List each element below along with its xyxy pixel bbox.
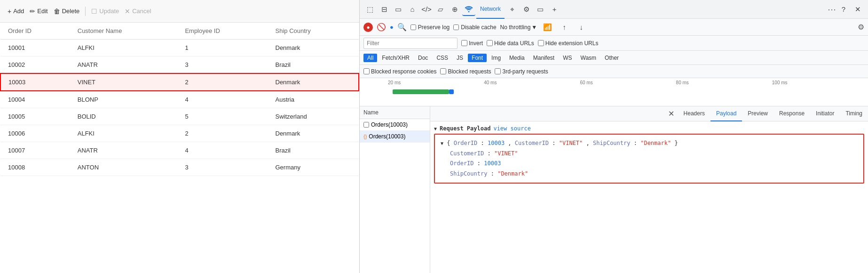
third-party-checkbox[interactable] <box>495 68 501 74</box>
detail-tab-headers[interactable]: Headers <box>678 106 710 121</box>
table-row[interactable]: 10006ALFKI2Denmark <box>0 125 359 142</box>
name-item-1[interactable]: Orders(10003) <box>360 119 430 131</box>
home-icon-btn[interactable]: ⌂ <box>406 3 419 16</box>
record-button[interactable]: ● <box>363 23 373 32</box>
table-body: 10001ALFKI1Denmark10002ANATR3Brazil10003… <box>0 40 359 176</box>
table-row[interactable]: 10004BLONP4Austria <box>0 91 359 108</box>
wifi-icon-btn[interactable] <box>462 3 475 16</box>
orders-table: Order ID Customer Name Employee ID Ship … <box>0 23 359 176</box>
name-item-1-checkbox[interactable] <box>363 122 369 128</box>
filter-input[interactable] <box>363 38 458 49</box>
preserve-log-label[interactable]: Preserve log <box>410 24 450 31</box>
hide-data-urls-checkbox[interactable] <box>487 40 493 46</box>
device-icon-btn[interactable]: ▭ <box>534 3 547 16</box>
name-item-2[interactable]: {} Orders(10003) <box>360 131 430 143</box>
triangle-icon: ▼ <box>434 126 437 131</box>
devtools-bar2: ● 🚫 ● 🔍 Preserve log Disable cache No th… <box>360 19 868 36</box>
detail-close-button[interactable]: ✕ <box>668 109 674 118</box>
elements-icon-btn[interactable]: ⬚ <box>363 3 377 16</box>
table-row[interactable]: 10002ANATR3Brazil <box>0 56 359 74</box>
filter-tab-img[interactable]: Img <box>488 54 505 62</box>
svg-point-0 <box>468 11 470 12</box>
table-row[interactable]: 10008ANTON3Germany <box>0 159 359 176</box>
hide-extension-urls-checkbox[interactable] <box>538 40 544 46</box>
console-icon-btn[interactable]: ⊟ <box>378 3 391 16</box>
edit-button[interactable]: ✏ Edit <box>30 8 47 15</box>
view-source-link[interactable]: view source <box>493 125 530 132</box>
hide-extension-urls-label[interactable]: Hide extension URLs <box>538 40 599 47</box>
filter-tab-font[interactable]: Font <box>468 54 487 62</box>
detail-tab-preview[interactable]: Preview <box>742 106 773 121</box>
close-icon-btn[interactable]: ✕ <box>851 3 864 16</box>
disable-cache-checkbox[interactable] <box>453 24 459 30</box>
settings-icon-btn[interactable]: ⚙ <box>520 3 533 16</box>
hide-data-urls-label[interactable]: Hide data URLs <box>487 40 534 47</box>
cursor-icon-btn[interactable]: ⌖ <box>505 3 519 16</box>
invert-checkbox[interactable] <box>461 40 467 46</box>
filter-tab-ws[interactable]: WS <box>559 54 576 62</box>
more-options-btn[interactable]: ⋯ <box>828 4 836 15</box>
delete-button[interactable]: 🗑 Delete <box>54 8 80 15</box>
filter-tab-manifest[interactable]: Manifest <box>529 54 558 62</box>
fetch-xhr-indicator[interactable]: ● <box>390 24 394 31</box>
expand-icon: ▼ <box>441 141 443 146</box>
col-ship-country: Ship Country <box>268 23 359 40</box>
third-party-requests-label[interactable]: 3rd-party requests <box>495 68 548 75</box>
timeline-label-80: 80 ms <box>676 80 772 85</box>
left-panel: + Add ✏ Edit 🗑 Delete ☐ Update ✕ Cancel … <box>0 0 360 273</box>
detail-tab-initiator[interactable]: Initiator <box>810 106 840 121</box>
blocked-cookies-checkbox[interactable] <box>363 68 370 74</box>
table-row[interactable]: 10001ALFKI1Denmark <box>0 40 359 56</box>
timeline-bar-blue <box>449 89 454 94</box>
application-icon-btn[interactable]: ▱ <box>434 3 447 16</box>
performance-icon-btn[interactable]: ⊕ <box>448 3 461 16</box>
detail-tab-timing[interactable]: Timing <box>840 106 868 121</box>
table-row[interactable]: 10003VINET2Denmark <box>0 73 359 91</box>
add-icon: + <box>8 8 11 15</box>
devtools-settings-btn[interactable]: ⚙ <box>858 23 864 32</box>
download-icon[interactable]: ↓ <box>575 21 588 34</box>
preserve-log-checkbox[interactable] <box>410 24 416 30</box>
plus-icon-btn[interactable]: + <box>548 3 561 16</box>
timeline-labels: 20 ms 40 ms 60 ms 80 ms 100 ms <box>360 80 868 85</box>
disable-cache-label[interactable]: Disable cache <box>453 24 496 31</box>
filter-tab-all[interactable]: All <box>363 54 377 62</box>
filter-tab-media[interactable]: Media <box>505 54 529 62</box>
cancel-button[interactable]: ✕ Cancel <box>125 8 151 15</box>
throttle-select[interactable]: No throttling ▼ <box>500 24 537 31</box>
sources-icon-btn[interactable]: ▭ <box>392 3 405 16</box>
edit-icon: ✏ <box>30 8 35 15</box>
add-button[interactable]: + Add <box>8 8 24 15</box>
invert-label[interactable]: Invert <box>461 40 483 47</box>
delete-icon: 🗑 <box>54 8 60 15</box>
clear-button[interactable]: 🚫 <box>377 23 386 32</box>
payload-summary-line: ▼ { OrderID : 10003 , CustomerID : "VINE… <box>441 138 858 149</box>
payload-field-customerid: CustomerID : "VINET" <box>450 149 858 159</box>
blocked-requests-checkbox[interactable] <box>440 68 446 74</box>
filter-tab-other[interactable]: Other <box>601 54 623 62</box>
filter-tab-fetch[interactable]: Fetch/XHR <box>378 54 413 62</box>
update-icon: ☐ <box>91 8 97 15</box>
toolbar: + Add ✏ Edit 🗑 Delete ☐ Update ✕ Cancel <box>0 0 359 23</box>
filter-tab-js[interactable]: JS <box>453 54 467 62</box>
code-icon-btn[interactable]: </> <box>420 3 433 16</box>
throttle-dropdown-icon: ▼ <box>531 24 537 31</box>
update-button[interactable]: ☐ Update <box>91 8 119 15</box>
search-button[interactable]: 🔍 <box>397 23 407 32</box>
filter-tab-doc[interactable]: Doc <box>414 54 432 62</box>
help-icon-btn[interactable]: ? <box>837 3 850 16</box>
payload-box: ▼ { OrderID : 10003 , CustomerID : "VINE… <box>434 134 864 184</box>
detail-tab-response[interactable]: Response <box>773 106 810 121</box>
network-tab-label[interactable]: Network <box>476 0 505 19</box>
blocked-requests-label[interactable]: Blocked requests <box>440 68 491 75</box>
table-row[interactable]: 10005BOLID5Switzerland <box>0 108 359 125</box>
upload-icon[interactable]: ↑ <box>558 21 571 34</box>
wifi-settings-icon[interactable]: 📶 <box>541 21 554 34</box>
table-row[interactable]: 10007ANATR4Brazil <box>0 142 359 159</box>
payload-section-title: ▼ Request Payload view source <box>434 125 864 132</box>
blocked-cookies-label[interactable]: Blocked response cookies <box>363 68 436 75</box>
filter-tab-css[interactable]: CSS <box>433 54 452 62</box>
name-header: Name <box>360 106 430 119</box>
filter-tab-wasm[interactable]: Wasm <box>577 54 600 62</box>
detail-tab-payload[interactable]: Payload <box>710 106 742 121</box>
